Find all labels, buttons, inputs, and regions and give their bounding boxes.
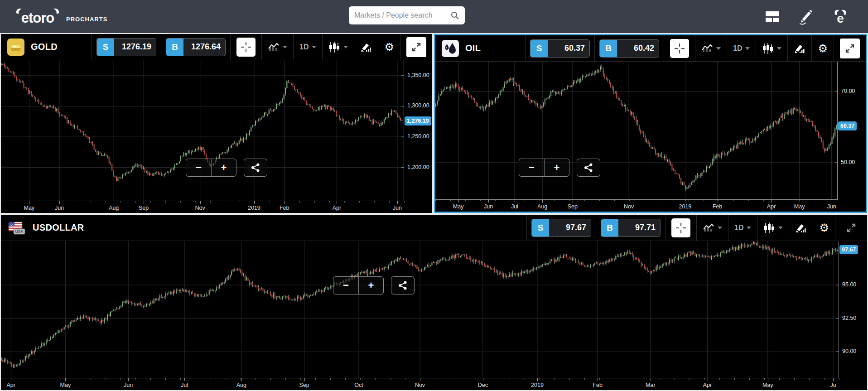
- settings-button[interactable]: ⚙: [384, 42, 394, 53]
- gear-icon: ⚙: [818, 43, 828, 54]
- time-axis-label: Jun: [55, 205, 64, 211]
- procharts-label: PROCHARTS: [66, 16, 107, 23]
- search-input[interactable]: [354, 11, 450, 19]
- time-axis-label: May: [762, 382, 773, 388]
- chevron-down-icon: [747, 227, 751, 229]
- chart-type-button[interactable]: [268, 43, 287, 52]
- fullscreen-button[interactable]: [406, 37, 426, 57]
- fullscreen-button[interactable]: [840, 39, 860, 58]
- crosshair-button[interactable]: [236, 38, 256, 57]
- time-axis-label: May: [60, 382, 71, 388]
- search-box[interactable]: [349, 6, 465, 24]
- share-button[interactable]: [391, 276, 415, 294]
- usdollar-plot-area[interactable]: [1, 241, 839, 378]
- drawing-tools-button[interactable]: [360, 42, 372, 53]
- crosshair-button[interactable]: [671, 218, 690, 237]
- chevron-down-icon: [343, 46, 348, 48]
- layout-grid-button[interactable]: [765, 10, 780, 24]
- time-axis-label: Jun: [124, 382, 133, 388]
- time-axis-label: Sep: [299, 382, 309, 388]
- chart-type-button[interactable]: [703, 223, 722, 232]
- time-axis-label: Sep: [139, 205, 149, 211]
- sell-price: 97.67: [549, 219, 591, 237]
- expand-icon: [411, 42, 422, 53]
- sell-label: S: [97, 39, 114, 56]
- pencil-icon: [797, 9, 814, 25]
- zoom-out-button[interactable]: −: [519, 159, 544, 176]
- oil-plot-area[interactable]: [435, 62, 838, 200]
- chevron-down-icon: [716, 47, 721, 50]
- buy-button[interactable]: B 1276.64: [166, 38, 226, 56]
- sell-button[interactable]: S 1276.19: [96, 38, 156, 56]
- chart-type-button[interactable]: [701, 44, 721, 53]
- oil-asset[interactable]: OIL: [435, 35, 489, 61]
- chart-type-icon: [701, 44, 713, 53]
- expand-icon: [844, 43, 855, 54]
- interval-button[interactable]: 1D: [734, 224, 751, 232]
- search-icon[interactable]: [450, 11, 459, 20]
- etoro-home-button[interactable]: e: [831, 8, 850, 26]
- usa-flag-icon: USA: [7, 220, 26, 236]
- crosshair-icon: [674, 43, 685, 54]
- zoom-out-button[interactable]: −: [186, 159, 211, 176]
- usdollar-time-axis[interactable]: AprMayJunJulAugSepOctNovDec2019FebMarApr…: [1, 378, 839, 390]
- series-style-button[interactable]: [328, 42, 348, 53]
- zoom-in-button[interactable]: +: [358, 277, 383, 294]
- drawing-tools-button[interactable]: [795, 222, 807, 233]
- buy-button[interactable]: B 60.42: [599, 39, 659, 58]
- series-style-button[interactable]: [762, 43, 781, 54]
- interval-button[interactable]: 1D: [733, 44, 750, 53]
- fullscreen-button[interactable]: [841, 218, 861, 238]
- gold-chart: 1,350.001,300.001,250.001,200.001,276.19…: [1, 60, 432, 213]
- zoom-in-button[interactable]: +: [544, 159, 569, 176]
- buy-button[interactable]: B 97.71: [601, 219, 661, 237]
- sell-button[interactable]: S 60.37: [530, 39, 590, 58]
- time-axis-label: Feb: [280, 205, 289, 211]
- candlestick-icon: [328, 42, 340, 53]
- settings-button[interactable]: ⚙: [819, 222, 829, 233]
- time-axis-label: Apr: [703, 382, 712, 388]
- gold-time-axis[interactable]: MayJunAugSepNov2019FebAprJun: [1, 201, 404, 213]
- time-axis-label: May: [453, 203, 464, 210]
- price-axis-label: 1,250.00: [407, 133, 429, 140]
- draw-mode-button[interactable]: [797, 9, 814, 25]
- gold-price-axis[interactable]: 1,350.001,300.001,250.001,200.001,276.19: [404, 60, 432, 201]
- buy-label: B: [600, 40, 617, 57]
- etoro-logo[interactable]: etoro PROCHARTS: [11, 6, 107, 27]
- time-axis-label: Oct: [354, 382, 363, 388]
- svg-text:etoro: etoro: [21, 10, 54, 26]
- oil-time-axis[interactable]: MayJunJulAugSepNov2019FebAprMayJun: [435, 200, 838, 212]
- drawing-tools-button[interactable]: [794, 43, 805, 54]
- series-style-button[interactable]: [763, 222, 783, 233]
- usdollar-price-axis[interactable]: 95.0092.5090.0097.67: [839, 241, 867, 378]
- chevron-down-icon: [745, 47, 750, 50]
- oil-price-axis[interactable]: 70.0050.0060.37: [838, 62, 866, 200]
- share-button[interactable]: [244, 159, 267, 177]
- interval-label: 1D: [733, 44, 742, 53]
- etoro-logo-icon: etoro: [11, 6, 64, 27]
- sell-label: S: [530, 40, 548, 57]
- sell-button[interactable]: S 97.67: [531, 219, 591, 237]
- marker-icon: [794, 43, 805, 54]
- time-axis-label: Nov: [195, 205, 205, 211]
- gold-asset[interactable]: GOLD: [1, 34, 66, 60]
- usdollar-asset[interactable]: USA USDOLLAR: [1, 215, 92, 241]
- chevron-down-icon: [777, 47, 781, 50]
- panel-title: USDOLLAR: [33, 222, 84, 233]
- price-axis-label: 90.00: [842, 348, 856, 354]
- time-axis-label: Jul: [511, 203, 518, 210]
- crosshair-button[interactable]: [670, 39, 689, 58]
- settings-button[interactable]: ⚙: [818, 43, 828, 54]
- interval-button[interactable]: 1D: [299, 43, 316, 51]
- crosshair-icon: [675, 222, 687, 234]
- chart-type-icon: [703, 223, 714, 232]
- topbar-actions: e: [765, 0, 850, 33]
- zoom-in-button[interactable]: +: [211, 159, 236, 176]
- buy-label: B: [166, 39, 183, 56]
- gold-plot-area[interactable]: [1, 60, 404, 201]
- chart-panel-usdollar: USA USDOLLAR S 97.67 B 97.71: [1, 215, 867, 390]
- price-axis-label: 50.00: [841, 159, 855, 165]
- share-button[interactable]: [577, 159, 600, 177]
- zoom-out-button[interactable]: −: [333, 277, 358, 294]
- sell-label: S: [532, 219, 549, 237]
